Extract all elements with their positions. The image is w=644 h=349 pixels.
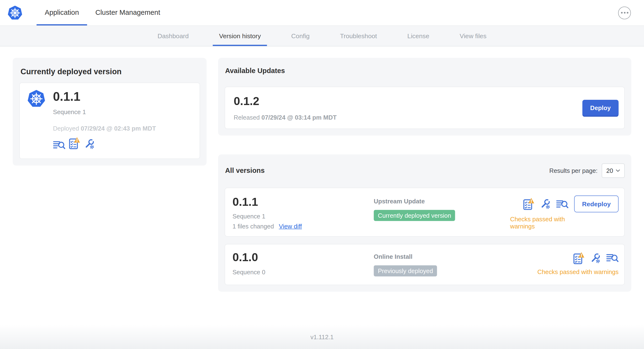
deployed-sequence: Sequence 1: [53, 108, 156, 115]
tab-config[interactable]: Config: [285, 26, 316, 46]
chevron-down-icon: [616, 169, 620, 172]
update-row: 0.1.2 Released 07/29/24 @ 03:14 pm MDT D…: [224, 87, 625, 129]
view-diff-link[interactable]: View diff: [279, 223, 302, 230]
row-sequence: Sequence 1: [232, 213, 374, 220]
checklist-warning-icon[interactable]: [524, 198, 534, 210]
available-updates-card: Available Updates 0.1.2 Released 07/29/2…: [218, 58, 631, 136]
version-source-label: Online Install: [374, 253, 510, 260]
files-changed-label: 1 files changed: [232, 223, 274, 230]
row-actions: [524, 196, 568, 212]
wrench-gear-icon[interactable]: [540, 198, 551, 209]
deployed-actions: [53, 137, 156, 150]
deployed-version-panel: 0.1.1 Sequence 1 Deployed 07/29/24 @ 02:…: [19, 82, 200, 159]
status-badge: Currently deployed version: [374, 210, 455, 221]
tab-dashboard[interactable]: Dashboard: [151, 26, 195, 46]
checks-status-text: Checks passed with warnings: [537, 268, 618, 275]
redeploy-button[interactable]: Redeploy: [574, 196, 618, 212]
currently-deployed-title: Currently deployed version: [20, 67, 200, 76]
wrench-gear-icon[interactable]: [590, 252, 601, 264]
kubernetes-logo: [8, 5, 23, 20]
deployed-date: Deployed 07/29/24 @ 02:43 pm MDT: [53, 125, 156, 132]
tab-license[interactable]: License: [401, 26, 436, 46]
checklist-warning-icon[interactable]: [573, 252, 584, 264]
main-content: Currently deployed version 0.1.1 Sequenc…: [0, 46, 644, 292]
top-navigation: Application Cluster Management: [0, 0, 644, 26]
currently-deployed-card: Currently deployed version 0.1.1 Sequenc…: [13, 58, 206, 166]
row-version-number: 0.1.0: [232, 251, 374, 264]
tab-troubleshoot[interactable]: Troubleshoot: [334, 26, 383, 46]
list-search-icon[interactable]: [606, 254, 619, 262]
topnav-spacer: [168, 0, 618, 26]
released-date-value: 07/29/24 @ 03:14 pm MDT: [261, 114, 336, 121]
version-source-label: Upstream Update: [374, 198, 510, 204]
footer: v1.112.1: [0, 324, 644, 349]
checks-status-text: Checks passed with warnings: [510, 216, 568, 230]
ellipsis-icon: [621, 12, 628, 14]
tab-cluster-management[interactable]: Cluster Management: [87, 0, 168, 26]
app-window: Application Cluster Management Dashboard…: [0, 0, 644, 349]
checklist-warning-icon[interactable]: [69, 137, 80, 150]
results-per-page-label: Results per page:: [549, 167, 598, 174]
deployed-date-value: 07/29/24 @ 02:43 pm MDT: [81, 125, 156, 132]
overflow-menu-button[interactable]: [618, 6, 631, 19]
deployed-date-prefix: Deployed: [53, 125, 79, 132]
all-versions-title: All versions: [225, 166, 265, 175]
list-search-icon[interactable]: [53, 140, 66, 150]
row-actions: [573, 251, 618, 265]
version-row: 0.1.1 Sequence 1 1 files changed View di…: [224, 188, 625, 237]
console-version: v1.112.1: [310, 333, 334, 340]
kubernetes-logo: [27, 90, 46, 108]
tab-application[interactable]: Application: [36, 0, 87, 26]
released-prefix: Released: [234, 114, 260, 121]
available-updates-title: Available Updates: [225, 67, 625, 75]
update-version-number: 0.1.2: [234, 95, 336, 108]
tab-version-history[interactable]: Version history: [213, 26, 267, 46]
row-sequence: Sequence 0: [232, 268, 374, 276]
version-row: 0.1.0 Sequence 0 Online Install Previous…: [224, 244, 625, 285]
row-version-number: 0.1.1: [232, 196, 374, 209]
results-per-page-select[interactable]: 20: [602, 164, 625, 178]
all-versions-card: All versions Results per page: 20: [218, 154, 631, 292]
status-badge: Previously deployed: [374, 266, 437, 276]
update-released-line: Released 07/29/24 @ 03:14 pm MDT: [234, 114, 336, 121]
results-per-page-value: 20: [606, 167, 613, 174]
wrench-gear-icon[interactable]: [84, 138, 95, 150]
topnav-tabs: Application Cluster Management: [36, 0, 168, 26]
app-logo: [4, 0, 26, 26]
app-section-tabs: Dashboard Version history Config Trouble…: [0, 26, 644, 46]
tab-view-files[interactable]: View files: [454, 26, 493, 46]
list-search-icon[interactable]: [556, 200, 568, 209]
deployed-version-number: 0.1.1: [53, 90, 156, 103]
deploy-button[interactable]: Deploy: [582, 100, 618, 116]
